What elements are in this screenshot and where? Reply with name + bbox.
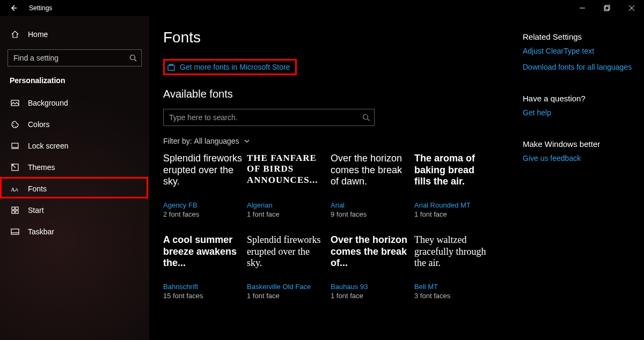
content-aside: Related Settings Adjust ClearType text D… <box>523 29 635 340</box>
sidebar-home[interactable]: Home <box>8 24 142 45</box>
svg-line-25 <box>368 119 370 121</box>
svg-point-6 <box>130 55 135 60</box>
font-faces-label: 1 font face <box>331 292 410 300</box>
sidebar-item-taskbar[interactable]: Taskbar <box>8 221 142 242</box>
svg-rect-18 <box>16 207 18 210</box>
sidebar-item-label: Themes <box>28 163 55 172</box>
font-card[interactable]: Over the horizon comes the break of dawn… <box>331 153 410 218</box>
svg-text:A: A <box>15 187 18 193</box>
font-card[interactable]: Splendid fireworks erupted over the sky.… <box>163 153 243 218</box>
font-faces-label: 1 font face <box>414 210 494 218</box>
feedback-heading: Make Windows better <box>523 139 635 149</box>
font-faces-label: 9 font faces <box>331 210 410 218</box>
font-preview: Over the horizon comes the break of... <box>331 234 410 280</box>
font-preview: THE FANFARE OF BIRDS ANNOUNCES... <box>247 153 326 199</box>
picture-icon <box>11 99 20 107</box>
annotation-highlight <box>0 177 148 198</box>
get-help-link[interactable]: Get help <box>523 108 635 117</box>
taskbar-icon <box>11 227 20 236</box>
sidebar-item-themes[interactable]: Themes <box>8 157 142 178</box>
palette-icon <box>11 120 20 129</box>
font-preview: Splendid fireworks erupted over the sky. <box>163 153 243 199</box>
titlebar: Settings <box>0 0 644 16</box>
sidebar: Home Find a setting Personalization Back… <box>0 16 149 340</box>
font-preview: A cool summer breeze awakens the... <box>163 234 243 280</box>
font-name-link[interactable]: Baskerville Old Face <box>247 283 326 291</box>
font-name-link[interactable]: Bahnschrift <box>163 283 243 291</box>
font-preview: They waltzed gracefully through the air. <box>414 234 494 280</box>
svg-rect-21 <box>11 229 19 234</box>
adjust-cleartype-link[interactable]: Adjust ClearType text <box>523 47 635 55</box>
svg-rect-17 <box>12 207 14 210</box>
font-card[interactable]: Over the horizon comes the break of...Ba… <box>331 234 410 300</box>
font-name-link[interactable]: Arial Rounded MT <box>414 201 494 209</box>
sidebar-item-label: Taskbar <box>28 227 54 236</box>
font-card[interactable]: THE FANFARE OF BIRDS ANNOUNCES...Algeria… <box>247 153 326 218</box>
font-search-placeholder: Type here to search. <box>169 113 238 122</box>
filter-dropdown[interactable]: Filter by: All languages <box>163 137 507 145</box>
font-card[interactable]: The aroma of baking bread fills the air.… <box>414 153 494 218</box>
annotation-highlight: Get more fonts in Microsoft Store <box>163 59 297 75</box>
font-name-link[interactable]: Algerian <box>247 201 326 209</box>
store-icon <box>167 63 175 71</box>
svg-point-10 <box>13 125 14 126</box>
font-card[interactable]: They waltzed gracefully through the air.… <box>414 234 494 300</box>
search-icon <box>362 114 370 121</box>
svg-rect-20 <box>16 211 18 213</box>
back-icon[interactable] <box>10 4 17 12</box>
sidebar-item-label: Colors <box>28 120 49 129</box>
font-name-link[interactable]: Bell MT <box>414 283 494 291</box>
start-icon <box>11 206 20 215</box>
sidebar-item-fonts[interactable]: AA Fonts <box>8 178 142 199</box>
font-faces-label: 1 font face <box>247 292 326 300</box>
question-heading: Have a question? <box>523 94 635 103</box>
sidebar-item-colors[interactable]: Colors <box>8 114 142 135</box>
sidebar-item-label: Fonts <box>28 184 47 193</box>
sidebar-item-label: Start <box>28 206 44 215</box>
window-maximize-button[interactable] <box>595 0 619 16</box>
font-faces-label: 15 font faces <box>163 292 243 300</box>
svg-point-24 <box>363 115 368 120</box>
svg-rect-3 <box>605 5 610 10</box>
font-card[interactable]: Splendid fireworks erupted over the sky.… <box>247 234 326 300</box>
font-card[interactable]: A cool summer breeze awakens the...Bahns… <box>163 234 243 300</box>
sidebar-item-lockscreen[interactable]: Lock screen <box>8 135 142 157</box>
svg-rect-12 <box>12 143 18 147</box>
filter-label: Filter by: <box>163 137 192 145</box>
app-title: Settings <box>29 4 52 12</box>
sidebar-search-input[interactable]: Find a setting <box>8 49 142 66</box>
sidebar-item-start[interactable]: Start <box>8 199 142 221</box>
sidebar-item-label: Background <box>28 99 68 107</box>
font-preview: The aroma of baking bread fills the air. <box>414 153 494 199</box>
font-name-link[interactable]: Agency FB <box>163 201 243 209</box>
related-settings-heading: Related Settings <box>523 32 635 41</box>
store-link-label: Get more fonts in Microsoft Store <box>180 63 290 71</box>
font-search-input[interactable]: Type here to search. <box>163 109 375 126</box>
font-name-link[interactable]: Bauhaus 93 <box>331 283 410 291</box>
svg-rect-8 <box>11 100 19 106</box>
get-more-fonts-link[interactable]: Get more fonts in Microsoft Store <box>165 61 295 73</box>
font-grid: Splendid fireworks erupted over the sky.… <box>163 153 507 300</box>
search-icon <box>129 54 137 62</box>
home-icon <box>11 30 20 39</box>
window-close-button[interactable] <box>619 0 644 16</box>
svg-point-11 <box>15 126 16 127</box>
sidebar-item-label: Lock screen <box>28 142 68 150</box>
font-name-link[interactable]: Arial <box>331 201 410 209</box>
sidebar-home-label: Home <box>28 30 48 39</box>
content-main: Fonts Get more fonts in Microsoft Store … <box>163 29 507 340</box>
sidebar-search-placeholder: Find a setting <box>13 54 58 62</box>
window-minimize-button[interactable] <box>570 0 595 16</box>
svg-rect-2 <box>604 6 609 11</box>
themes-icon <box>11 163 20 172</box>
font-faces-label: 2 font faces <box>163 210 243 218</box>
font-faces-label: 3 font faces <box>414 292 494 300</box>
available-fonts-heading: Available fonts <box>163 88 507 100</box>
font-preview: Splendid fireworks erupted over the sky. <box>247 234 326 280</box>
fonts-icon: AA <box>11 184 20 193</box>
filter-value: All languages <box>194 137 239 145</box>
download-fonts-link[interactable]: Download fonts for all languages <box>523 63 635 71</box>
sidebar-item-background[interactable]: Background <box>8 92 142 114</box>
svg-rect-23 <box>168 65 174 70</box>
give-feedback-link[interactable]: Give us feedback <box>523 154 635 162</box>
